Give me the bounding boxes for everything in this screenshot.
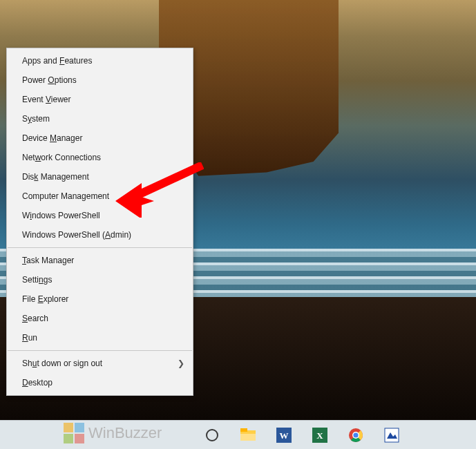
menu-item-system[interactable]: System (7, 109, 193, 128)
taskbar-cortana-icon[interactable] (196, 421, 228, 450)
menu-item-task-manager[interactable]: Task Manager (7, 251, 193, 270)
chevron-right-icon: ❯ (178, 359, 184, 368)
taskbar-word-icon[interactable]: W (268, 421, 300, 450)
menu-item-disk-management[interactable]: Disk Management (7, 167, 193, 187)
menu-item-power-options[interactable]: Power Options (7, 70, 193, 90)
menu-item-computer-management[interactable]: Computer Management (7, 187, 193, 206)
menu-item-windows-powershell-admin[interactable]: Windows PowerShell (Admin) (7, 225, 193, 245)
svg-point-0 (207, 430, 218, 441)
menu-item-run[interactable]: Run (7, 328, 193, 347)
svg-text:X: X (316, 430, 323, 441)
menu-separator (8, 247, 192, 248)
menu-item-network-connections[interactable]: Network Connections (7, 148, 193, 167)
menu-item-event-viewer[interactable]: Event Viewer (7, 90, 193, 109)
taskbar-file-explorer-icon[interactable] (232, 421, 264, 450)
menu-item-settings[interactable]: Settings (7, 270, 193, 289)
menu-item-shut-down-or-sign-out[interactable]: Shut down or sign out❯ (7, 354, 193, 373)
taskbar-excel-icon[interactable]: X (304, 421, 336, 450)
svg-rect-2 (240, 428, 247, 432)
taskbar-paint-app-icon[interactable] (376, 421, 408, 450)
menu-item-file-explorer[interactable]: File Explorer (7, 289, 193, 309)
taskbar: WX (0, 420, 476, 449)
svg-point-12 (353, 432, 358, 437)
menu-item-search[interactable]: Search (7, 309, 193, 328)
menu-item-windows-powershell[interactable]: Windows PowerShell (7, 206, 193, 225)
taskbar-chrome-icon[interactable] (340, 421, 372, 450)
menu-item-device-manager[interactable]: Device Manager (7, 128, 193, 148)
menu-separator (8, 350, 192, 351)
menu-item-apps-and-features[interactable]: Apps and Features (7, 51, 193, 70)
svg-text:W: W (280, 430, 289, 441)
winx-menu: Apps and FeaturesPower OptionsEvent View… (6, 48, 193, 396)
menu-item-desktop[interactable]: Desktop (7, 373, 193, 392)
svg-rect-3 (240, 434, 256, 441)
